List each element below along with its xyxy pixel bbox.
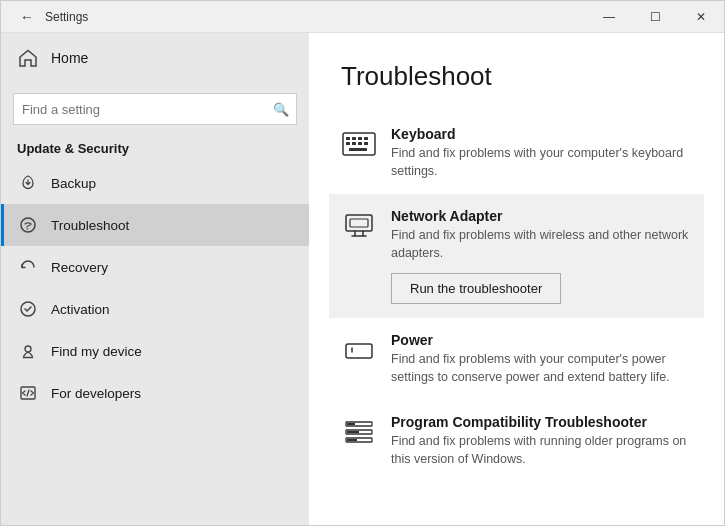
program-compat-item: Program Compatibility Troubleshooter Fin… (341, 400, 692, 482)
power-content: Power Find and fix problems with your co… (391, 332, 692, 386)
search-container: 🔍 (13, 93, 297, 125)
troubleshoot-label: Troubleshoot (51, 218, 129, 233)
home-icon (17, 47, 39, 69)
title-bar: ← Settings — ☐ ✕ (1, 1, 724, 33)
keyboard-title: Keyboard (391, 126, 692, 142)
program-compat-content: Program Compatibility Troubleshooter Fin… (391, 414, 692, 468)
power-icon (341, 332, 377, 368)
main-panel: Troubleshoot (309, 33, 724, 525)
close-button[interactable]: ✕ (678, 1, 724, 33)
svg-rect-6 (346, 137, 350, 140)
activation-icon (17, 298, 39, 320)
sidebar-item-recovery[interactable]: Recovery (1, 246, 309, 288)
svg-rect-13 (364, 142, 368, 145)
network-adapter-title: Network Adapter (391, 208, 692, 224)
keyboard-desc: Find and fix problems with your computer… (391, 144, 692, 180)
svg-point-0 (21, 218, 35, 232)
sidebar: Home 🔍 Update & Security (1, 33, 309, 525)
keyboard-item: Keyboard Find and fix problems with your… (341, 112, 692, 194)
content-area: Home 🔍 Update & Security (1, 33, 724, 525)
sidebar-item-troubleshoot[interactable]: Troubleshoot (1, 204, 309, 246)
title-bar-title: Settings (45, 10, 586, 24)
sidebar-item-finddevice[interactable]: Find my device (1, 330, 309, 372)
svg-rect-14 (349, 148, 367, 151)
section-title: Update & Security (1, 135, 309, 162)
svg-rect-22 (347, 431, 359, 433)
finddevice-icon (17, 340, 39, 362)
svg-rect-11 (352, 142, 356, 145)
developers-label: For developers (51, 386, 141, 401)
search-input[interactable] (13, 93, 297, 125)
keyboard-content: Keyboard Find and fix problems with your… (391, 126, 692, 180)
developers-icon (17, 382, 39, 404)
program-compat-icon (341, 414, 377, 450)
recovery-icon (17, 256, 39, 278)
settings-window: ← Settings — ☐ ✕ Home 🔍 (0, 0, 725, 526)
network-adapter-icon (341, 208, 377, 244)
svg-rect-9 (364, 137, 368, 140)
sidebar-item-activation[interactable]: Activation (1, 288, 309, 330)
network-adapter-item: Network Adapter Find and fix problems wi… (329, 194, 704, 317)
sidebar-item-home[interactable]: Home (1, 33, 309, 83)
svg-rect-12 (358, 142, 362, 145)
minimize-button[interactable]: — (586, 1, 632, 33)
svg-rect-10 (346, 142, 350, 145)
svg-rect-21 (347, 423, 355, 425)
finddevice-label: Find my device (51, 344, 142, 359)
keyboard-icon (341, 126, 377, 162)
page-title: Troubleshoot (341, 61, 692, 92)
back-button[interactable]: ← (13, 3, 41, 31)
maximize-button[interactable]: ☐ (632, 1, 678, 33)
program-compat-title: Program Compatibility Troubleshooter (391, 414, 692, 430)
svg-rect-23 (347, 439, 357, 441)
power-title: Power (391, 332, 692, 348)
troubleshoot-icon (17, 214, 39, 236)
sidebar-item-backup[interactable]: Backup (1, 162, 309, 204)
network-adapter-content: Network Adapter Find and fix problems wi… (391, 208, 692, 303)
svg-point-1 (27, 228, 29, 230)
backup-label: Backup (51, 176, 96, 191)
run-troubleshooter-button[interactable]: Run the troubleshooter (391, 273, 561, 304)
svg-rect-7 (352, 137, 356, 140)
search-icon: 🔍 (273, 102, 289, 117)
home-label: Home (51, 50, 88, 66)
svg-rect-16 (350, 219, 368, 227)
backup-icon (17, 172, 39, 194)
power-item: Power Find and fix problems with your co… (341, 318, 692, 400)
activation-label: Activation (51, 302, 110, 317)
svg-rect-17 (346, 344, 372, 358)
svg-rect-8 (358, 137, 362, 140)
program-compat-desc: Find and fix problems with running older… (391, 432, 692, 468)
window-controls: — ☐ ✕ (586, 1, 724, 33)
sidebar-nav: Backup Troubleshoot (1, 162, 309, 525)
network-adapter-desc: Find and fix problems with wireless and … (391, 226, 692, 262)
power-desc: Find and fix problems with your computer… (391, 350, 692, 386)
sidebar-item-developers[interactable]: For developers (1, 372, 309, 414)
svg-point-3 (25, 346, 31, 352)
recovery-label: Recovery (51, 260, 108, 275)
